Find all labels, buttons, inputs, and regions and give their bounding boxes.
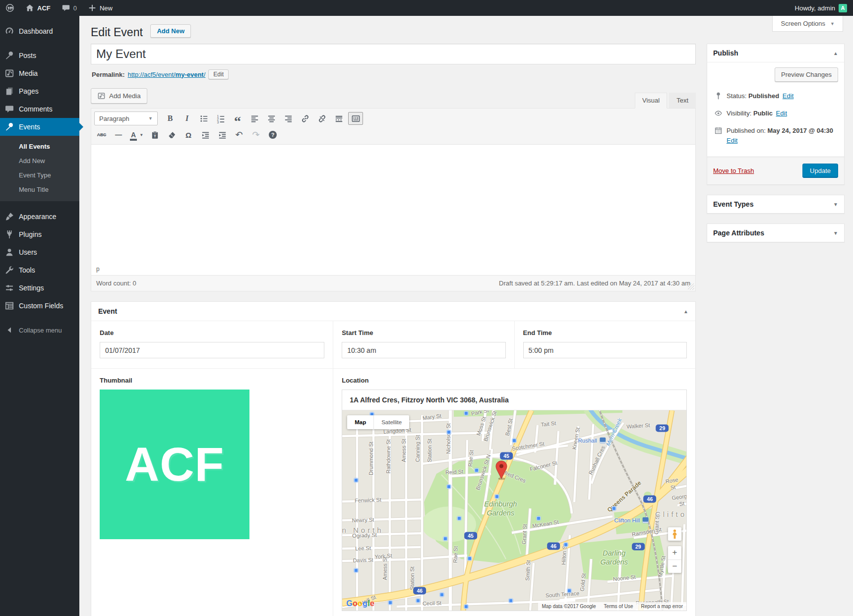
sidebar-item-plugins[interactable]: Plugins <box>0 225 79 243</box>
sidebar-item-events[interactable]: Events <box>0 118 79 136</box>
tram-stop-icon <box>564 542 568 547</box>
paragraph-format-select[interactable]: Paragraph ▼ <box>94 112 158 125</box>
street-view-pegman[interactable] <box>668 527 681 541</box>
account-menu[interactable]: Howdy, admin A <box>789 4 853 12</box>
bold-button[interactable]: B <box>163 112 178 125</box>
blockquote-button[interactable]: “ <box>230 112 245 125</box>
submenu-all-events[interactable]: All Events <box>0 139 79 154</box>
sidebar-label: Settings <box>19 284 44 292</box>
comments-bubble[interactable]: 0 <box>56 0 82 16</box>
align-left-button[interactable] <box>247 112 262 125</box>
triangle-up-icon[interactable]: ▲ <box>833 51 838 56</box>
horizontal-rule-button[interactable]: — <box>111 128 126 141</box>
tram-stop-icon <box>354 478 358 483</box>
sidebar-label: Tools <box>19 266 35 274</box>
permalink-link[interactable]: http://acf5/event/my-event/ <box>127 71 205 78</box>
new-content-menu[interactable]: New <box>82 0 118 16</box>
sidebar-item-users[interactable]: Users <box>0 243 79 261</box>
report-map-error-link[interactable]: Report a map error <box>641 604 683 609</box>
outdent-button[interactable] <box>198 128 213 141</box>
tab-visual[interactable]: Visual <box>635 93 667 109</box>
edit-permalink-button[interactable]: Edit <box>208 69 229 79</box>
start-time-field-label: Start Time <box>342 329 505 336</box>
collapse-menu-button[interactable]: Collapse menu <box>0 321 79 339</box>
link-button[interactable] <box>298 112 312 125</box>
italic-button[interactable]: I <box>180 112 194 125</box>
read-more-button[interactable] <box>331 112 346 125</box>
zoom-out-button[interactable]: − <box>668 560 681 573</box>
toolbar-toggle-button[interactable] <box>348 112 363 125</box>
thumbnail-image[interactable]: ACF <box>100 390 249 539</box>
end-time-field-input[interactable] <box>523 342 687 358</box>
google-logo[interactable]: Google <box>346 599 374 608</box>
indent-button[interactable] <box>215 128 230 141</box>
map-type-satellite-button[interactable]: Satellite <box>373 415 409 429</box>
submenu-menu-title[interactable]: Menu Title <box>0 182 79 197</box>
site-menu[interactable]: ACF <box>20 0 56 16</box>
collapse-arrow-icon <box>4 325 14 335</box>
paste-as-text-button[interactable]: T <box>147 128 162 141</box>
tram-stop-icon <box>388 600 393 605</box>
triangle-down-icon[interactable]: ▼ <box>833 230 838 236</box>
preview-changes-button[interactable]: Preview Changes <box>775 67 838 82</box>
undo-button[interactable]: ↶ <box>232 128 246 141</box>
update-button[interactable]: Update <box>802 164 838 178</box>
edit-published-date-link[interactable]: Edit <box>727 137 737 144</box>
move-to-trash-link[interactable]: Move to Trash <box>713 167 754 174</box>
terms-of-use-link[interactable]: Terms of Use <box>604 604 633 609</box>
clear-formatting-button[interactable] <box>164 128 179 141</box>
edit-status-link[interactable]: Edit <box>783 92 793 100</box>
sidebar-label: Comments <box>19 105 53 113</box>
sidebar-item-appearance[interactable]: Appearance <box>0 208 79 225</box>
bullet-list-button[interactable] <box>196 112 211 125</box>
sidebar-item-media[interactable]: Media <box>0 64 79 82</box>
help-button[interactable]: ? <box>265 128 280 141</box>
start-time-field-input[interactable] <box>342 342 505 358</box>
sidebar-item-dashboard[interactable]: Dashboard <box>0 22 79 40</box>
map-attribution: Map data ©2017 Google Terms of Use Repor… <box>538 602 686 611</box>
screen-options-tab[interactable]: Screen Options ▼ <box>772 16 843 32</box>
add-new-button[interactable]: Add New <box>150 24 191 38</box>
triangle-up-icon[interactable]: ▲ <box>683 309 688 314</box>
text-color-button[interactable]: A▼ <box>128 128 145 141</box>
special-character-button[interactable]: Ω <box>181 128 196 141</box>
location-address-input[interactable] <box>342 390 686 410</box>
sidebar-item-comments[interactable]: Comments <box>0 100 79 118</box>
sidebar-item-posts[interactable]: Posts <box>0 47 79 64</box>
strikethrough-button[interactable]: ABC <box>94 128 109 141</box>
editor-status-bar: Word count: 0 Draft saved at 5:29:17 am.… <box>91 275 695 291</box>
editor-resize-handle[interactable] <box>688 283 694 290</box>
unlink-button[interactable] <box>314 112 329 125</box>
date-field-input[interactable] <box>100 342 324 358</box>
redo-button[interactable]: ↷ <box>248 128 263 141</box>
sidebar-label: Media <box>19 69 38 77</box>
route-shield: 46 <box>644 495 657 503</box>
align-center-button[interactable] <box>264 112 279 125</box>
sidebar-item-pages[interactable]: Pages <box>0 82 79 100</box>
dashboard-icon <box>4 26 14 36</box>
submenu-event-type[interactable]: Event Type <box>0 168 79 182</box>
sidebar-item-settings[interactable]: Settings <box>0 279 79 297</box>
google-map[interactable]: Mary StNicholson StLangdon StDrummond St… <box>342 410 686 611</box>
google-logo-letter: G <box>346 599 353 608</box>
add-media-button[interactable]: Add Media <box>91 88 147 104</box>
align-right-button[interactable] <box>281 112 296 125</box>
tram-stop-icon <box>467 556 472 560</box>
sidebar-label: Appearance <box>19 213 57 221</box>
edit-visibility-link[interactable]: Edit <box>776 110 787 117</box>
tab-text[interactable]: Text <box>669 93 696 108</box>
comment-count: 0 <box>73 4 77 12</box>
zoom-in-button[interactable]: + <box>668 546 681 560</box>
sidebar-item-tools[interactable]: Tools <box>0 261 79 279</box>
numbered-list-button[interactable]: 123 <box>213 112 228 125</box>
editor-content-area[interactable] <box>91 145 695 264</box>
post-title-input[interactable] <box>91 44 696 64</box>
editor-element-path[interactable]: p <box>91 264 695 275</box>
submenu-add-new[interactable]: Add New <box>0 154 79 168</box>
map-marker-pin[interactable] <box>495 460 508 482</box>
map-type-map-button[interactable]: Map <box>347 415 373 429</box>
sidebar-item-custom-fields[interactable]: Custom Fields <box>0 297 79 315</box>
wordpress-logo-icon[interactable] <box>0 0 20 16</box>
triangle-down-icon[interactable]: ▼ <box>833 202 838 207</box>
sidebar-label: Plugins <box>19 230 42 238</box>
